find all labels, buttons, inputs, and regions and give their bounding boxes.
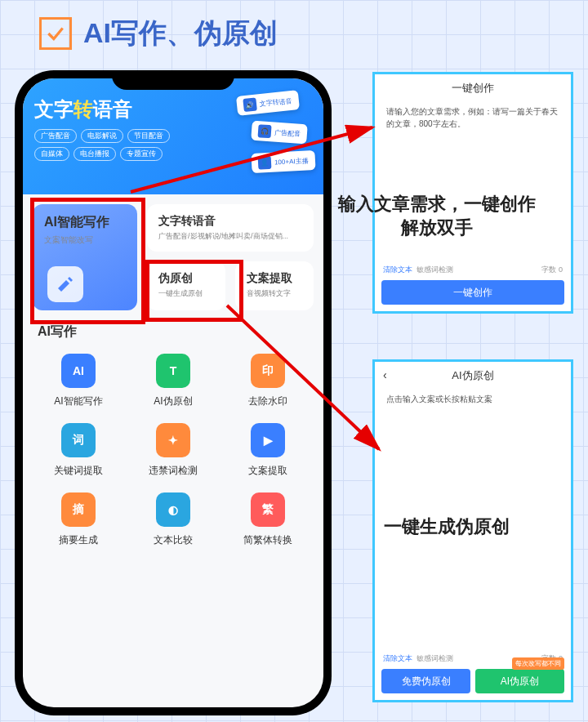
tile-title: AI智能写作 (44, 214, 126, 231)
caption-2: 一键生成伪原创 (384, 515, 510, 539)
app-label: AI智能写作 (54, 394, 102, 408)
t-icon: T (156, 354, 190, 388)
tile-title: 文案提取 (247, 271, 302, 286)
back-icon[interactable]: ‹ (383, 368, 387, 381)
panel-placeholder-text[interactable]: 点击输入文案或长按粘贴文案 (375, 390, 571, 408)
app-watermark[interactable]: 印去除水印 (220, 354, 315, 408)
feature-tiles: AI智能写作 文案智能改写 文字转语音 广告配音/影视解说/地摊叫卖/商场促销.… (23, 194, 323, 320)
banner-title-a: 文字 (34, 98, 74, 120)
app-label: AI伪原创 (154, 394, 192, 408)
caption-line: 解放双手 (338, 216, 536, 240)
panel-title: AI伪原创 (375, 362, 571, 390)
app-keyword[interactable]: 词关键词提取 (31, 423, 126, 478)
ai-icon: AI (61, 354, 96, 388)
checkbox-icon (39, 17, 72, 50)
mini-card-label: 100+AI主播 (274, 156, 309, 167)
panel-title: 一键创作 (375, 74, 571, 102)
mini-card: 🔊文字转语音 (236, 90, 300, 116)
tile-title: 伪原创 (158, 271, 214, 286)
clear-label: 清除文本 (383, 265, 412, 274)
star-icon: ✦ (156, 423, 190, 457)
summary-icon: 摘 (61, 492, 96, 527)
app-compare[interactable]: ◐文本比较 (126, 492, 220, 547)
section-title: AI写作 (23, 320, 323, 349)
chip[interactable]: 电台播报 (74, 147, 116, 161)
mini-card-label: 文字转语音 (259, 96, 292, 108)
app-label: 去除水印 (248, 394, 287, 408)
word-icon: 词 (61, 423, 96, 457)
tile-sub: 一键生成原创 (158, 288, 214, 299)
play-icon: ▶ (251, 423, 285, 457)
convert-icon: 繁 (251, 492, 285, 527)
badge: 每次改写都不同 (512, 657, 564, 670)
tile-sub: 音视频转文字 (247, 288, 302, 299)
mini-card: 👤100+AI主播 (252, 150, 316, 173)
app-forbidden[interactable]: ✦违禁词检测 (126, 423, 220, 478)
app-ai-write[interactable]: AIAI智能写作 (31, 354, 126, 408)
app-label: 简繁体转换 (243, 533, 292, 547)
app-summary[interactable]: 摘摘要生成 (31, 492, 126, 547)
tile-tts[interactable]: 文字转语音 广告配音/影视解说/地摊叫卖/商场促销... (147, 204, 314, 252)
banner-title-accent: 转 (74, 98, 93, 120)
banner-title-b: 语音 (93, 98, 132, 120)
sens-label[interactable]: 敏感词检测 (416, 265, 453, 274)
clear-text-link[interactable]: 清除文本 敏感词检测 (383, 265, 453, 275)
app-label: 关键词提取 (54, 464, 103, 478)
tile-pseudo[interactable]: 伪原创 一键生成原创 (147, 261, 225, 310)
headphone-icon: 🎧 (258, 124, 272, 138)
tile-ai-write[interactable]: AI智能写作 文案智能改写 (33, 204, 137, 310)
app-label: 摘要生成 (59, 533, 98, 547)
app-grid: AIAI智能写作 TAI伪原创 印去除水印 词关键词提取 ✦违禁词检测 ▶文案提… (23, 349, 323, 552)
app-convert[interactable]: 繁简繁体转换 (220, 492, 315, 547)
char-count: 字数 0 (541, 265, 563, 275)
app-banner: 文字转语音 广告配音 电影解说 节目配音 自媒体 电台播报 专题宣传 🔊文字转语… (23, 78, 323, 194)
panel-footer: 清除文本 敏感词检测 字数 0 每次改写都不同 免费伪原创 AI伪原创 (381, 648, 564, 693)
banner-cards: 🔊文字转语音 🎧广告配音 👤100+AI主播 (193, 93, 315, 183)
app-extract[interactable]: ▶文案提取 (220, 423, 315, 478)
tile-sub: 广告配音/影视解说/地摊叫卖/商场促销... (158, 231, 302, 242)
chip[interactable]: 节目配音 (127, 129, 170, 143)
create-button[interactable]: 一键创作 (381, 280, 564, 305)
caption-line: 输入文章需求，一键创作 (338, 193, 536, 216)
mini-card-label: 广告配音 (274, 127, 301, 138)
phone-notch (112, 70, 234, 90)
panel-placeholder-text[interactable]: 请输入您的文章需求，例如：请写一篇关于春天的文章，800字左右。 (375, 102, 571, 133)
chip[interactable]: 电影解说 (81, 129, 123, 143)
app-pseudo[interactable]: TAI伪原创 (126, 354, 220, 408)
sens-label[interactable]: 敏感词检测 (416, 654, 453, 662)
phone-mockup: 文字转语音 广告配音 电影解说 节目配音 自媒体 电台播报 专题宣传 🔊文字转语… (15, 70, 332, 715)
free-pseudo-button[interactable]: 免费伪原创 (381, 669, 470, 693)
clear-text-link[interactable]: 清除文本 敏感词检测 (383, 653, 453, 664)
clear-label: 清除文本 (383, 654, 412, 662)
chip[interactable]: 自媒体 (34, 147, 69, 161)
app-label: 文案提取 (248, 464, 287, 478)
avatar-icon: 👤 (258, 156, 272, 170)
mini-card: 🎧广告配音 (251, 121, 308, 145)
pencil-icon (47, 266, 83, 302)
app-label: 文本比较 (154, 533, 193, 547)
app-label: 违禁词检测 (149, 464, 198, 478)
ai-pseudo-button[interactable]: AI伪原创 (475, 669, 564, 693)
tile-sub: 文案智能改写 (44, 234, 126, 246)
heading-text: AI写作、伪原创 (83, 15, 278, 52)
compare-icon: ◐ (156, 492, 190, 527)
page-heading: AI写作、伪原创 (39, 15, 278, 52)
chip[interactable]: 广告配音 (34, 129, 77, 143)
speaker-icon: 🔊 (243, 98, 257, 113)
panel-toolbar: 清除文本 敏感词检测 字数 0 (381, 260, 564, 280)
chip[interactable]: 专题宣传 (120, 147, 163, 161)
tile-extract[interactable]: 文案提取 音视频转文字 (235, 261, 314, 310)
panel-footer: 清除文本 敏感词检测 字数 0 一键创作 (381, 260, 564, 305)
phone-screen: 文字转语音 广告配音 电影解说 节目配音 自媒体 电台播报 专题宣传 🔊文字转语… (23, 78, 323, 707)
banner-chips: 广告配音 电影解说 节目配音 自媒体 电台播报 专题宣传 (34, 129, 189, 161)
stamp-icon: 印 (251, 354, 285, 388)
caption-1: 输入文章需求，一键创作 解放双手 (338, 193, 536, 239)
tile-title: 文字转语音 (158, 214, 302, 229)
